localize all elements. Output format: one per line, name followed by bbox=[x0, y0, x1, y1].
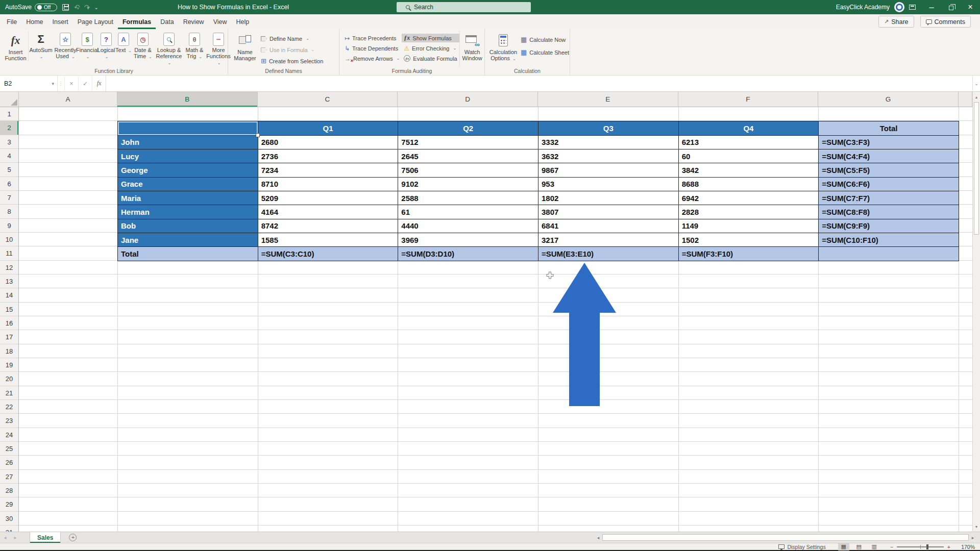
formula-cell[interactable] bbox=[819, 247, 959, 261]
table-header-cell[interactable]: Q3 bbox=[538, 121, 679, 135]
row-header-1[interactable]: 1 bbox=[0, 107, 18, 121]
trace-dependents-button[interactable]: ↳Trace Dependents bbox=[342, 44, 402, 53]
column-header-g[interactable]: G bbox=[818, 92, 959, 107]
data-cell[interactable]: 2645 bbox=[398, 149, 538, 163]
data-cell[interactable]: 2828 bbox=[679, 205, 819, 219]
column-header-d[interactable]: D bbox=[398, 92, 538, 107]
row-header-7[interactable]: 7 bbox=[0, 191, 18, 205]
table-header-cell[interactable]: Total bbox=[819, 121, 959, 135]
row-header-15[interactable]: 15 bbox=[0, 303, 18, 316]
vertical-scroll-thumb[interactable] bbox=[974, 102, 979, 235]
data-cell[interactable]: 1149 bbox=[679, 219, 819, 233]
data-cell[interactable]: 7512 bbox=[398, 136, 538, 149]
autosave-control[interactable]: AutoSave Off bbox=[5, 4, 57, 11]
zoom-level[interactable]: 170% bbox=[955, 544, 975, 550]
ribbon-display-options-button[interactable] bbox=[902, 0, 922, 14]
data-cell[interactable]: 1502 bbox=[679, 233, 819, 247]
data-cell[interactable]: 2588 bbox=[398, 191, 538, 205]
column-header-c[interactable]: C bbox=[258, 92, 398, 107]
data-cell[interactable]: 9867 bbox=[538, 163, 679, 177]
undo-button[interactable]: ↶▾ bbox=[74, 3, 79, 11]
use-in-formula-button[interactable]: Use in Formula⌄ bbox=[259, 45, 325, 54]
table-header-cell[interactable]: Q1 bbox=[258, 121, 399, 135]
zoom-out-button[interactable]: − bbox=[890, 544, 893, 550]
data-cell[interactable]: 3632 bbox=[538, 149, 679, 163]
row-header-6[interactable]: 6 bbox=[0, 177, 18, 191]
name-box[interactable]: B2 ▾ bbox=[0, 76, 57, 91]
trace-precedents-button[interactable]: ↦Trace Precedents bbox=[342, 34, 402, 42]
zoom-in-button[interactable]: + bbox=[947, 544, 950, 550]
data-cell[interactable]: 4164 bbox=[258, 205, 399, 219]
sheet-tab-sales[interactable]: Sales bbox=[30, 532, 61, 543]
column-header-b[interactable]: B bbox=[117, 92, 258, 107]
formula-cell[interactable]: =SUM(C7:F7) bbox=[819, 191, 959, 205]
row-header-27[interactable]: 27 bbox=[0, 470, 18, 484]
name-manager-button[interactable]: Name Manager bbox=[231, 31, 259, 61]
data-cell[interactable]: 3842 bbox=[679, 163, 819, 177]
data-cell[interactable]: 5209 bbox=[258, 191, 399, 205]
data-cell[interactable]: 6841 bbox=[538, 219, 679, 233]
share-button[interactable]: ↗Share bbox=[878, 16, 914, 28]
tab-formulas[interactable]: Formulas bbox=[118, 14, 156, 29]
row-label-cell[interactable]: Grace bbox=[118, 178, 258, 191]
comments-button[interactable]: Comments bbox=[920, 16, 971, 28]
sheet-grid[interactable]: 1234567891011121314151617181920212223242… bbox=[0, 92, 972, 532]
horizontal-scroll-thumb[interactable] bbox=[602, 534, 969, 541]
tab-review[interactable]: Review bbox=[179, 14, 209, 29]
data-cell[interactable]: 2736 bbox=[258, 149, 399, 163]
date-time-button[interactable]: ◷ Date & Time ⌄ bbox=[132, 31, 154, 60]
scroll-up-icon[interactable]: ▴ bbox=[973, 93, 980, 101]
row-header-19[interactable]: 19 bbox=[0, 358, 18, 372]
new-sheet-button[interactable]: + bbox=[69, 534, 77, 541]
zoom-slider-thumb[interactable] bbox=[926, 544, 928, 549]
column-header-e[interactable]: E bbox=[538, 92, 678, 107]
page-layout-view-button[interactable]: ▤ bbox=[853, 543, 865, 550]
save-icon[interactable] bbox=[62, 4, 69, 11]
row-header-20[interactable]: 20 bbox=[0, 372, 18, 386]
page-break-view-button[interactable]: ▥ bbox=[869, 543, 880, 550]
horizontal-scrollbar[interactable]: ◂ ▸ bbox=[595, 533, 976, 542]
row-label-cell[interactable]: Maria bbox=[118, 191, 258, 205]
redo-button[interactable]: ↷▾ bbox=[84, 3, 89, 11]
formula-cell[interactable]: =SUM(C9:F9) bbox=[819, 219, 959, 233]
row-label-cell[interactable]: George bbox=[118, 163, 258, 177]
customize-qat-button[interactable]: ⌄ bbox=[94, 5, 99, 10]
row-label-cell[interactable]: Lucy bbox=[118, 149, 258, 163]
row-header-14[interactable]: 14 bbox=[0, 288, 18, 302]
define-name-button[interactable]: Define Name⌄ bbox=[259, 34, 325, 43]
data-cell[interactable]: 2680 bbox=[258, 136, 399, 149]
autosave-toggle[interactable]: Off bbox=[35, 4, 57, 11]
scroll-right-icon[interactable]: ▸ bbox=[970, 535, 976, 540]
display-settings-button[interactable]: Display Settings bbox=[778, 544, 825, 550]
calculation-options-button[interactable]: Calculation Options ⌄ bbox=[488, 31, 519, 62]
data-cell[interactable]: 6942 bbox=[679, 191, 819, 205]
formula-cell[interactable]: =SUM(C4:F4) bbox=[819, 149, 959, 163]
data-cell[interactable]: 60 bbox=[679, 149, 819, 163]
search-input[interactable]: Search bbox=[397, 2, 531, 12]
row-header-26[interactable]: 26 bbox=[0, 456, 18, 469]
column-header-f[interactable]: F bbox=[678, 92, 819, 107]
row-header-11[interactable]: 11 bbox=[0, 246, 18, 260]
data-cell[interactable]: 6213 bbox=[679, 136, 819, 149]
insert-function-button[interactable]: fx Insert Function bbox=[3, 31, 29, 61]
row-header-9[interactable]: 9 bbox=[0, 219, 18, 233]
tab-view[interactable]: View bbox=[209, 14, 232, 29]
formula-input[interactable] bbox=[106, 76, 972, 91]
row-header-23[interactable]: 23 bbox=[0, 414, 18, 428]
data-cell[interactable]: 61 bbox=[398, 205, 538, 219]
logical-button[interactable]: ? Logical ⌄ bbox=[97, 31, 115, 60]
recently-used-button[interactable]: ☆ Recently Used ⌄ bbox=[53, 31, 78, 60]
lookup-reference-button[interactable]: Lookup & Reference ⌄ bbox=[154, 31, 184, 66]
scroll-left-icon[interactable]: ◂ bbox=[595, 535, 601, 540]
data-cell[interactable]: 8742 bbox=[258, 219, 399, 233]
expand-formula-bar-button[interactable]: ⌄ bbox=[972, 76, 980, 91]
chevron-down-icon[interactable]: ▾ bbox=[52, 81, 57, 86]
formula-cell[interactable]: =SUM(C6:F6) bbox=[819, 178, 959, 191]
tab-help[interactable]: Help bbox=[232, 14, 254, 29]
formula-cell[interactable]: =SUM(C10:F10) bbox=[819, 233, 959, 247]
account-area[interactable]: EasyClick Academy bbox=[836, 0, 904, 14]
vertical-scrollbar[interactable]: ▴ ▾ bbox=[972, 92, 980, 532]
row-header-2[interactable]: 2 bbox=[0, 121, 18, 135]
insert-function-fx-button[interactable]: fx bbox=[92, 76, 106, 91]
tab-page-layout[interactable]: Page Layout bbox=[73, 14, 118, 29]
